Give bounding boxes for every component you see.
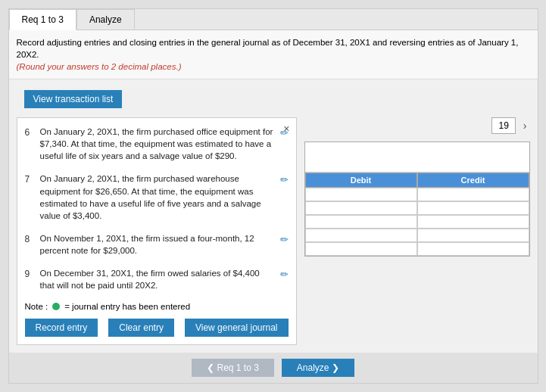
table-row bbox=[305, 229, 529, 242]
note-description: = journal entry has been entered bbox=[64, 302, 190, 311]
popup-panel: × 6 On January 2, 20X1, the firm purchas… bbox=[17, 117, 297, 345]
page-nav: 19 › bbox=[304, 117, 530, 134]
right-panel: 19 › Debit Credit bbox=[304, 117, 530, 345]
note-label: Note : bbox=[25, 302, 48, 311]
entry-num-9: 9 bbox=[25, 269, 34, 279]
entry-text-7: On January 2, 20X1, the firm purchased w… bbox=[40, 173, 274, 221]
entry-item-9: 9 On December 31, 20X1, the firm owed sa… bbox=[25, 267, 289, 291]
green-dot-icon bbox=[52, 303, 60, 310]
main-container: Req 1 to 3 Analyze Record adjusting entr… bbox=[8, 8, 538, 384]
table-row bbox=[305, 242, 529, 256]
entry-text-6: On January 2, 20X1, the firm purchased o… bbox=[40, 126, 274, 162]
record-entry-button[interactable]: Record entry bbox=[25, 319, 98, 337]
clear-entry-button[interactable]: Clear entry bbox=[108, 319, 174, 337]
debit-cell[interactable] bbox=[305, 201, 417, 215]
credit-header: Credit bbox=[417, 173, 529, 188]
entry-text-8: On November 1, 20X1, the firm issued a f… bbox=[40, 232, 274, 257]
entry-item-7: 7 On January 2, 20X1, the firm purchased… bbox=[25, 173, 289, 221]
table-row bbox=[305, 188, 529, 201]
next-analyze-button[interactable]: Analyze ❯ bbox=[282, 359, 354, 377]
edit-icon-8[interactable]: ✏ bbox=[280, 234, 289, 245]
entry-num-6: 6 bbox=[25, 127, 34, 138]
instructions-main: Record adjusting entries and closing ent… bbox=[17, 38, 519, 59]
credit-cell[interactable] bbox=[417, 188, 529, 201]
instructions-area: Record adjusting entries and closing ent… bbox=[9, 30, 538, 79]
tab-analyze[interactable]: Analyze bbox=[76, 9, 135, 30]
tabs-bar: Req 1 to 3 Analyze bbox=[9, 9, 538, 30]
debit-cell[interactable] bbox=[305, 215, 417, 229]
credit-cell[interactable] bbox=[417, 215, 529, 229]
view-transaction-button[interactable]: View transaction list bbox=[24, 90, 123, 108]
prev-req-button[interactable]: ❮ Req 1 to 3 bbox=[192, 359, 274, 377]
debit-cell[interactable] bbox=[305, 242, 417, 256]
bottom-nav: ❮ Req 1 to 3 Analyze ❯ bbox=[9, 353, 538, 383]
credit-cell[interactable] bbox=[417, 229, 529, 242]
edit-icon-9[interactable]: ✏ bbox=[280, 269, 289, 280]
debit-cell[interactable] bbox=[305, 188, 417, 201]
credit-cell[interactable] bbox=[417, 242, 529, 256]
entry-num-7: 7 bbox=[25, 174, 34, 185]
tab-req1to3[interactable]: Req 1 to 3 bbox=[9, 9, 76, 30]
entry-text-9: On December 31, 20X1, the firm owed sala… bbox=[40, 267, 274, 291]
table-row bbox=[305, 201, 529, 215]
edit-icon-7[interactable]: ✏ bbox=[280, 174, 289, 185]
journal-preview: Debit Credit bbox=[304, 142, 530, 257]
note-row: Note : = journal entry has been entered bbox=[25, 302, 289, 311]
entry-item-6: 6 On January 2, 20X1, the firm purchased… bbox=[25, 126, 289, 162]
content-area: × 6 On January 2, 20X1, the firm purchas… bbox=[9, 117, 538, 353]
entry-item-8: 8 On November 1, 20X1, the firm issued a… bbox=[25, 232, 289, 257]
credit-cell[interactable] bbox=[417, 201, 529, 215]
entry-num-8: 8 bbox=[25, 234, 34, 244]
journal-rows bbox=[305, 188, 529, 256]
popup-buttons: Record entry Clear entry View general jo… bbox=[25, 319, 289, 337]
debit-header: Debit bbox=[305, 173, 417, 188]
journal-table-header: Debit Credit bbox=[305, 173, 529, 188]
table-row bbox=[305, 215, 529, 229]
next-page-button[interactable]: › bbox=[520, 118, 530, 133]
instructions-note: (Round your answers to 2 decimal places.… bbox=[17, 62, 182, 71]
page-number: 19 bbox=[491, 117, 515, 134]
close-icon[interactable]: × bbox=[283, 123, 289, 135]
debit-cell[interactable] bbox=[305, 229, 417, 242]
view-general-journal-button[interactable]: View general journal bbox=[185, 319, 289, 337]
